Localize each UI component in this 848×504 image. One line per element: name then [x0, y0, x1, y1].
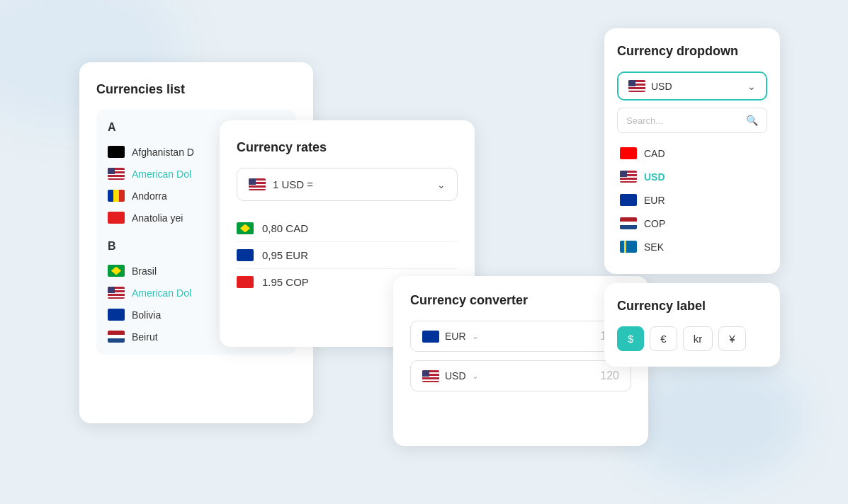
rate-value-eur: 0,95 EUR — [262, 249, 308, 261]
converter-to-left: USD ⌄ — [422, 370, 479, 382]
label-btn-euro[interactable]: € — [650, 326, 677, 351]
flag-us-b — [108, 287, 125, 299]
flag-usd-rates — [249, 178, 266, 190]
dropdown-item-label: CAD — [644, 148, 665, 159]
converter-from-left: EUR ⌄ — [422, 331, 479, 343]
dropdown-item-eur[interactable]: EUR — [617, 188, 767, 212]
flag-beirut — [108, 331, 125, 343]
converter-to-currency: USD — [445, 370, 466, 382]
flag-eur — [237, 249, 254, 261]
dropdown-list: CAD USD EUR COP SEK — [617, 139, 767, 261]
currency-dropdown-card: Currency dropdown USD ⌄ Search... 🔍 CAD … — [604, 28, 780, 274]
converter-from-currency: EUR — [445, 331, 466, 342]
chevron-down-icon: ⌄ — [747, 81, 756, 92]
flag-afghanistan — [108, 146, 125, 158]
currency-dropdown-title: Currency dropdown — [617, 44, 767, 59]
dropdown-select-left: USD — [628, 80, 672, 92]
flag-brasil — [108, 265, 125, 277]
flag-anatolia — [108, 212, 125, 224]
dropdown-item-cad[interactable]: CAD — [617, 142, 767, 165]
flag-eur-dd — [620, 194, 637, 206]
currency-label-card: Currency label $ € kr ¥ — [604, 283, 780, 367]
currency-name: Bolivia — [132, 309, 161, 321]
flag-cop — [237, 276, 254, 288]
currency-name: Beirut — [132, 331, 158, 343]
currency-search-box[interactable]: Search... 🔍 — [617, 108, 767, 133]
currency-name: American Dol — [132, 287, 191, 299]
currency-label-title: Currency label — [617, 299, 767, 314]
currency-name: Afghanistan D — [132, 147, 194, 158]
dropdown-item-usd[interactable]: USD — [617, 165, 767, 188]
flag-andorra — [108, 190, 125, 202]
rate-value-cop: 1.95 COP — [262, 276, 309, 288]
currency-rates-title: Currency rates — [237, 140, 458, 155]
dropdown-item-cop[interactable]: COP — [617, 212, 767, 235]
rate-item-eur: 0,95 EUR — [237, 242, 458, 269]
flag-cad — [237, 222, 254, 234]
converter-to-row[interactable]: USD ⌄ 120 — [410, 360, 631, 391]
dropdown-item-label: SEK — [644, 241, 664, 253]
converter-from-row[interactable]: EUR ⌄ 100 — [410, 321, 631, 352]
label-btn-kr[interactable]: kr — [683, 326, 713, 351]
flag-cad-dd — [620, 147, 637, 159]
dropdown-item-label: COP — [644, 218, 665, 229]
currency-label-buttons: $ € kr ¥ — [617, 326, 767, 351]
flag-bolivia — [108, 309, 125, 321]
label-btn-dollar[interactable]: $ — [617, 326, 644, 351]
flag-sek-dd — [620, 241, 637, 253]
flag-usd-selected — [628, 80, 645, 92]
flag-eur-converter — [422, 331, 439, 343]
currencies-list-title: Currencies list — [96, 82, 296, 97]
chevron-down-icon: ⌄ — [472, 371, 479, 381]
chevron-down-icon: ⌄ — [437, 179, 446, 190]
flag-us-a — [108, 168, 125, 180]
rate-value-cad: 0,80 CAD — [262, 222, 308, 234]
flag-usd-converter — [422, 370, 439, 382]
dropdown-item-label: EUR — [644, 195, 665, 206]
flag-cop-dd — [620, 217, 637, 229]
currency-converter-title: Currency converter — [410, 293, 631, 308]
currency-name: Brasil — [132, 265, 157, 277]
label-btn-yen[interactable]: ¥ — [718, 326, 745, 351]
search-placeholder: Search... — [626, 115, 663, 126]
currency-select-button[interactable]: USD ⌄ — [617, 71, 767, 101]
currency-name: Andorra — [132, 190, 167, 202]
currency-name: American Dol — [132, 168, 191, 180]
rates-base-dropdown[interactable]: 1 USD = ⌄ — [237, 168, 458, 201]
chevron-down-icon: ⌄ — [472, 331, 479, 341]
dropdown-item-sek[interactable]: SEK — [617, 235, 767, 258]
dropdown-item-label: USD — [644, 171, 665, 183]
rate-item-cad: 0,80 CAD — [237, 215, 458, 242]
flag-usd-dd — [620, 171, 637, 183]
search-icon: 🔍 — [746, 115, 758, 126]
converter-to-value: 120 — [600, 370, 619, 382]
dropdown-selected-label: USD — [651, 81, 672, 92]
rates-base-left: 1 USD = — [249, 178, 313, 190]
currency-name: Anatolia yei — [132, 212, 183, 224]
rates-base-label: 1 USD = — [273, 178, 313, 190]
